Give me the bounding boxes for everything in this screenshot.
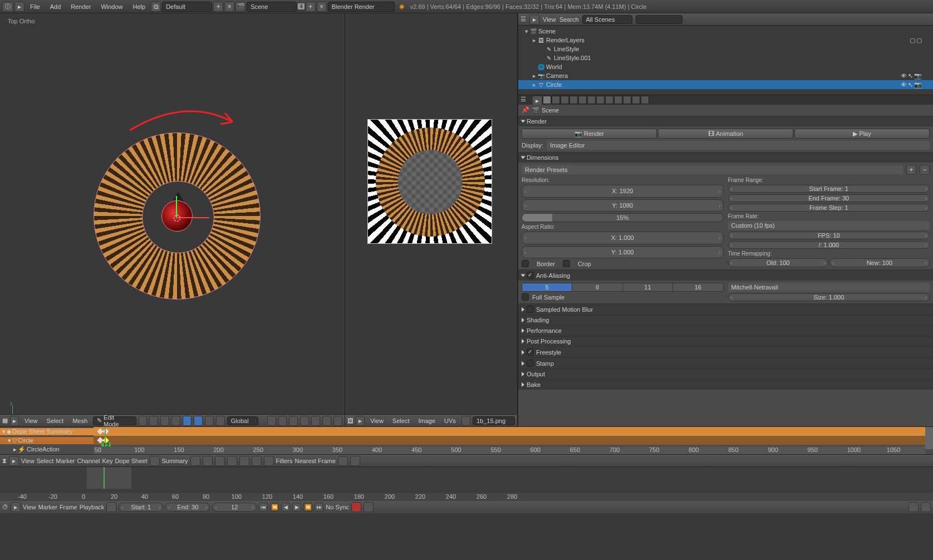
editor-type-icon[interactable]: ⓘ	[2, 2, 13, 12]
dopesheet-summary-row[interactable]: ▾◆Dope Sheet Summary	[0, 427, 933, 436]
tab-render[interactable]	[543, 96, 551, 104]
tl-next-key-icon[interactable]: ⏩	[303, 503, 312, 512]
back-to-previous-icon[interactable]: ⧉	[151, 2, 161, 12]
tl-menu-marker[interactable]: Marker	[38, 504, 57, 510]
orientation-dropdown[interactable]: Global	[227, 416, 258, 425]
outliner-item[interactable]: ▸📷Camera👁↖📷	[518, 71, 933, 80]
image-file-field[interactable]: 1b_15.png	[473, 416, 515, 425]
ds-filters-btn[interactable]: Filters	[276, 458, 293, 464]
scene-dropdown[interactable]: Scene	[247, 2, 297, 12]
timeline-cursor[interactable]	[104, 467, 105, 489]
layer-icon[interactable]: ▢	[910, 37, 915, 44]
remap-old-field[interactable]: Old: 100	[728, 258, 828, 267]
ds-mode-dropdown[interactable]: Dope Sheet	[115, 458, 147, 464]
lock-cam-icon[interactable]	[289, 416, 298, 426]
limit-sel-icon[interactable]	[205, 416, 214, 426]
display-dropdown[interactable]: Image Editor	[547, 141, 930, 150]
panel-checkbox[interactable]	[527, 348, 534, 356]
tab-physics[interactable]	[641, 96, 649, 104]
uv-menu-select[interactable]: Select	[389, 417, 413, 424]
outliner-item[interactable]: ▾🎬Scene	[518, 27, 933, 36]
ds-copy-icon[interactable]	[338, 456, 348, 466]
tl-prev-key-icon[interactable]: ⏪	[270, 503, 279, 512]
3d-menu-view[interactable]: View	[21, 417, 41, 424]
gizmo-x-axis[interactable]	[176, 217, 209, 218]
panel-shading-header[interactable]: Shading	[518, 315, 933, 325]
tl-jump-end-icon[interactable]: ⏭	[315, 503, 323, 512]
remove-layout-icon[interactable]: ×	[224, 2, 234, 12]
collapse-icon[interactable]: ▸	[9, 456, 19, 466]
layers-icon[interactable]	[267, 416, 276, 426]
menu-window[interactable]: Window	[96, 3, 127, 10]
sel-vert-icon[interactable]	[171, 416, 180, 426]
render-presets-dropdown[interactable]: Render Presets	[522, 165, 903, 174]
outliner-item[interactable]: ▸🖼RenderLayers▢▢	[518, 36, 933, 45]
collapse-icon[interactable]: ▸	[10, 416, 19, 426]
render-anim-icon[interactable]	[333, 416, 342, 426]
fps-field[interactable]: FPS: 10	[728, 232, 930, 239]
image-editor[interactable]: 🖼 ▸ View Select Image UVs 1b_15.png	[345, 13, 518, 426]
preset-add-icon[interactable]: +	[906, 165, 916, 175]
full-sample-checkbox[interactable]	[522, 293, 529, 301]
tl-key-insert-icon[interactable]	[909, 502, 919, 512]
menu-add[interactable]: Add	[46, 3, 66, 10]
3d-viewport[interactable]: Top Ortho zx (12) Circle ▦ ▸ View Select…	[0, 13, 345, 426]
collapse-menus[interactable]: ▸	[14, 2, 24, 12]
aa-opt-5[interactable]: 5	[522, 283, 572, 291]
ds-menu-view[interactable]: View	[21, 458, 35, 464]
panel-aa-header[interactable]: Anti-Aliasing	[518, 270, 933, 281]
layout-dropdown[interactable]: Default	[162, 2, 212, 12]
tl-menu-playback[interactable]: Playback	[80, 504, 105, 510]
res-y-field[interactable]: Y: 1080	[522, 199, 724, 212]
aa-filter-dropdown[interactable]: Mitchell-Netravali	[728, 283, 930, 292]
panel-dimensions-header[interactable]: Dimensions	[518, 153, 933, 163]
outliner-tree[interactable]: ▾🎬Scene▸🖼RenderLayers▢▢✎LineStyle✎LineSt…	[518, 26, 933, 95]
outliner-item[interactable]: ✎LineStyle.001	[518, 53, 933, 62]
dopesheet[interactable]: ▾◆Dope Sheet Summary ▾▽Circle ▸⚡CircleAc…	[0, 426, 933, 454]
tl-play-icon[interactable]: ▶	[292, 503, 301, 512]
tl-play-rev-icon[interactable]: ◀	[281, 503, 290, 512]
play-button[interactable]: ▶Play	[794, 129, 930, 139]
panel-checkbox[interactable]	[527, 306, 534, 313]
aa-opt-16[interactable]: 16	[673, 283, 723, 291]
ds-menu-select[interactable]: Select	[37, 458, 54, 464]
ds-f1-icon[interactable]	[215, 456, 225, 466]
ds-ghost-icon[interactable]	[190, 456, 200, 466]
aspect-y-field[interactable]: Y: 1.000	[522, 246, 724, 259]
uv-menu-image[interactable]: Image	[415, 417, 439, 424]
timeline[interactable]: -40-200204060801001201401601802002202402…	[0, 466, 933, 513]
end-frame-field[interactable]: End Frame: 30	[728, 194, 930, 202]
tl-end-field[interactable]: End: 30	[165, 503, 210, 512]
outliner-filter-dropdown[interactable]: All Scenes	[582, 15, 632, 24]
tl-rec-icon[interactable]	[351, 502, 361, 512]
pivot-align-icon[interactable]	[160, 416, 169, 426]
ds-f4-icon[interactable]	[252, 456, 262, 466]
ds-menu-key[interactable]: Key	[102, 458, 112, 464]
shading-icon[interactable]	[139, 416, 148, 426]
ds-f3-icon[interactable]	[239, 456, 249, 466]
outliner-menu-search[interactable]: Search	[559, 16, 579, 23]
3d-menu-mesh[interactable]: Mesh	[69, 417, 91, 424]
preset-remove-icon[interactable]: −	[920, 165, 930, 175]
editor-type-3dview-icon[interactable]: ▦	[2, 417, 8, 424]
fps-base-field[interactable]: /: 1.000	[728, 241, 930, 249]
editor-type-uv-icon[interactable]: 🖼	[347, 417, 353, 424]
image-browse-icon[interactable]	[461, 416, 470, 426]
tab-material[interactable]	[614, 96, 622, 104]
start-frame-field[interactable]: Start Frame: 1	[728, 185, 930, 193]
uv-menu-view[interactable]: View	[367, 417, 387, 424]
cursor-icon[interactable]: ↖	[908, 81, 913, 89]
collapse-icon[interactable]: ▸	[356, 416, 365, 426]
layer-icon[interactable]: ▢	[916, 37, 922, 44]
mode-dropdown[interactable]: ✎Edit Mode	[93, 416, 136, 425]
dopesheet-object-row[interactable]: ▾▽Circle	[0, 436, 933, 445]
framerate-dropdown[interactable]: Custom (10 fps)	[728, 221, 930, 230]
cursor-icon[interactable]: ↖	[908, 72, 913, 80]
mesh-object[interactable]	[94, 132, 261, 299]
border-checkbox[interactable]	[522, 260, 529, 267]
editor-type-timeline-icon[interactable]: ⏱	[2, 504, 8, 510]
add-scene-icon[interactable]: +	[306, 2, 316, 12]
sel-face-icon[interactable]	[194, 416, 203, 426]
ds-summary-toggle-icon[interactable]	[150, 456, 160, 466]
sel-edge-icon[interactable]	[183, 416, 191, 426]
